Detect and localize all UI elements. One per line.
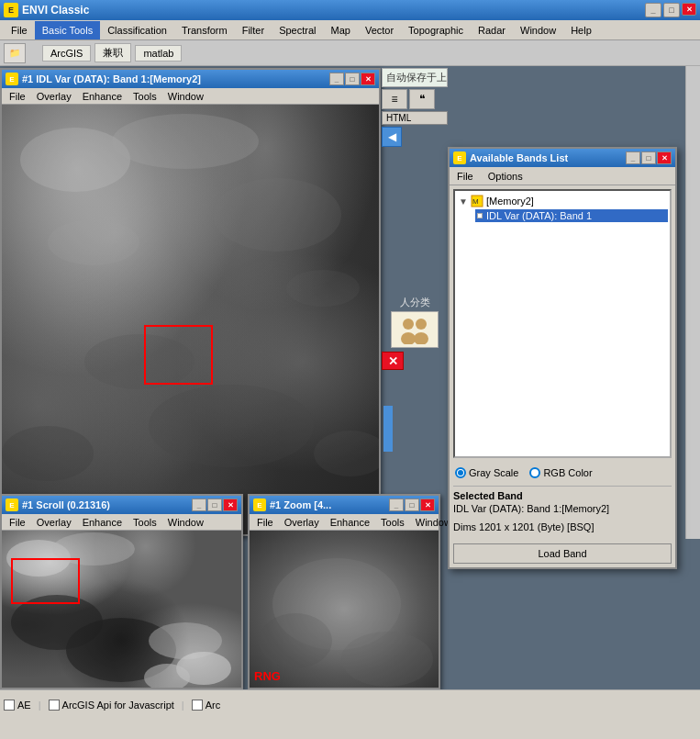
menu-topographic[interactable]: Topographic (401, 21, 471, 39)
menu-spectral[interactable]: Spectral (272, 21, 323, 39)
scroll-menu-enhance[interactable]: Enhance (77, 516, 128, 529)
app-title: ENVI Classic (22, 4, 89, 17)
scroll-close-btn[interactable]: ✕ (223, 498, 238, 511)
scroll-image-detail (2, 531, 241, 688)
bands-dialog: E Available Bands List _ □ ✕ File Option… (448, 147, 677, 569)
band-list-box[interactable]: ▼ M [Memory2] IDL Var (DATA): Band 1 (453, 189, 672, 458)
taskbar-tab-arcgis[interactable]: ArcGIS (42, 45, 91, 62)
red-x-close-btn[interactable]: ✕ (382, 352, 404, 370)
people-section: 人分类 ✕ (382, 296, 448, 370)
menu-file[interactable]: File (4, 21, 35, 39)
scroll-maximize-btn[interactable]: □ (207, 498, 222, 511)
img-menu-tools[interactable]: Tools (128, 90, 162, 103)
minimize-button[interactable]: _ (645, 3, 661, 17)
zoom-menu-enhance[interactable]: Enhance (325, 516, 375, 529)
arc-label: Arc (206, 700, 221, 711)
scroll-satellite-image (2, 531, 241, 688)
display-mode-group: Gray Scale RGB Color (453, 464, 672, 482)
scroll-menu-tools[interactable]: Tools (128, 516, 162, 529)
toolbar-quote-btn[interactable]: ❝ (409, 89, 435, 109)
img-menu-file[interactable]: File (4, 90, 31, 103)
menu-classification[interactable]: Classification (100, 21, 174, 39)
bands-close-btn[interactable]: ✕ (657, 151, 672, 164)
bands-menu-options[interactable]: Options (484, 170, 527, 183)
toolbar-arrow-btn[interactable]: ◀ (382, 127, 402, 147)
rgb-color-radio-label[interactable]: RGB Color (529, 467, 592, 478)
img-menu-window[interactable]: Window (162, 90, 209, 103)
main-scrollbar[interactable] (685, 66, 700, 539)
zoom-window-title: #1 Zoom [4... (270, 499, 331, 510)
zoom-menu-overlay[interactable]: Overlay (279, 516, 325, 529)
band-checkbox[interactable] (477, 213, 483, 218)
image-window-menu: File Overlay Enhance Tools Window (2, 88, 379, 105)
zoom-minimize-btn[interactable]: _ (389, 498, 404, 511)
scroll-window-controls: _ □ ✕ (192, 498, 238, 511)
bands-minimize-btn[interactable]: _ (626, 151, 640, 164)
bands-dialog-content: ▼ M [Memory2] IDL Var (DATA): Band 1 (450, 185, 675, 567)
people-icon (396, 315, 433, 344)
blue-scrollbar-indicator[interactable] (383, 406, 393, 452)
zoom-window-controls: _ □ ✕ (389, 498, 435, 511)
html-button[interactable]: HTML (382, 111, 448, 125)
zoom-menu-file[interactable]: File (251, 516, 279, 529)
menu-transform[interactable]: Transform (174, 21, 235, 39)
svg-point-22 (341, 632, 433, 687)
img-menu-overlay[interactable]: Overlay (31, 90, 77, 103)
menu-filter[interactable]: Filter (235, 21, 272, 39)
load-band-button[interactable]: Load Band (453, 543, 672, 564)
arcgis-api-group: ArcGIS Api for Javascript (49, 700, 174, 711)
maximize-button[interactable]: □ (663, 3, 680, 17)
svg-point-5 (84, 334, 194, 389)
arc-checkbox[interactable] (192, 700, 203, 711)
bands-dialog-title: Available Bands List (470, 152, 568, 163)
taskbar-tab-jianzhi[interactable]: 兼职 (94, 43, 131, 62)
scroll-menu-window[interactable]: Window (162, 516, 209, 529)
scroll-minimize-btn[interactable]: _ (192, 498, 206, 511)
ae-label: AE (17, 700, 31, 711)
menu-help[interactable]: Help (563, 21, 599, 39)
menu-basic-tools[interactable]: Basic Tools (35, 21, 100, 39)
scroll-menu-overlay[interactable]: Overlay (31, 516, 77, 529)
image-close-btn[interactable]: ✕ (361, 73, 375, 85)
img-menu-enhance[interactable]: Enhance (77, 90, 128, 103)
menu-map[interactable]: Map (324, 21, 358, 39)
menu-window[interactable]: Window (513, 21, 563, 39)
arcgis-api-checkbox[interactable] (49, 700, 60, 711)
svg-point-21 (259, 613, 332, 668)
people-icon-btn[interactable] (391, 311, 439, 348)
scroll-window: E #1 Scroll (0.21316) _ □ ✕ File Overlay… (0, 494, 243, 689)
arc-group: Arc (192, 700, 221, 711)
image-maximize-btn[interactable]: □ (345, 73, 360, 85)
bands-maximize-btn[interactable]: □ (641, 151, 656, 164)
gray-scale-radio[interactable] (455, 467, 466, 478)
satellite-image (2, 105, 379, 534)
status-separator-1: | (39, 700, 41, 711)
menu-radar[interactable]: Radar (471, 21, 513, 39)
zoom-window-title-bar: E #1 Zoom [4... _ □ ✕ (250, 496, 439, 514)
image-minimize-btn[interactable]: _ (329, 73, 344, 85)
image-window-controls: _ □ ✕ (329, 73, 375, 85)
zoom-menu-tools[interactable]: Tools (375, 516, 410, 529)
scroll-menu-file[interactable]: File (4, 516, 31, 529)
image-window-icon: E (6, 73, 18, 85)
svg-point-3 (213, 178, 341, 252)
taskbar-folder-icon[interactable]: 📁 (4, 43, 26, 63)
menu-vector[interactable]: Vector (358, 21, 401, 39)
zoom-maximize-btn[interactable]: □ (405, 498, 419, 511)
ae-checkbox[interactable] (4, 700, 15, 711)
bands-menu-file[interactable]: File (453, 170, 477, 183)
toolbar-list-btn[interactable]: ≡ (382, 89, 407, 109)
selected-band-value: IDL Var (DATA): Band 1:[Memory2] (453, 503, 672, 514)
gray-scale-radio-label[interactable]: Gray Scale (455, 467, 518, 478)
band-memory-item[interactable]: ▼ M [Memory2] (457, 193, 668, 209)
rgb-color-radio[interactable] (529, 467, 540, 478)
zoom-window-icon: E (253, 498, 266, 511)
image-window-title-bar: E #1 IDL Var (DATA): Band 1:[Memory2] _ … (2, 70, 379, 88)
band-item[interactable]: IDL Var (DATA): Band 1 (475, 209, 668, 222)
memory-icon: M (470, 194, 484, 208)
close-button[interactable]: ✕ (682, 3, 696, 16)
taskbar-tab-matlab[interactable]: matlab (135, 45, 182, 62)
main-menu-bar: File Basic Tools Classification Transfor… (0, 20, 700, 40)
zoom-close-btn[interactable]: ✕ (420, 498, 435, 511)
taskbar-row: 📁 ArcGIS 兼职 matlab (0, 40, 700, 66)
